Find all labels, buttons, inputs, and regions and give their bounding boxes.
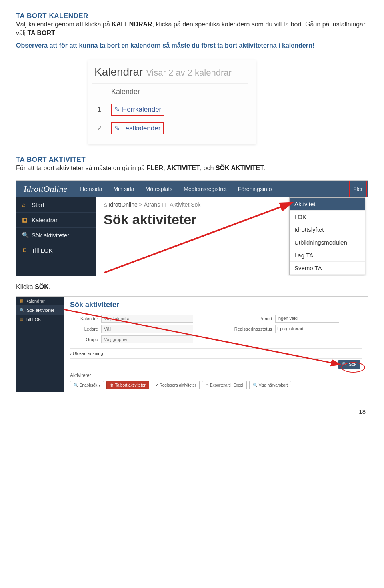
s2-b2: AKTIVITET bbox=[167, 165, 200, 171]
search-icon: 🔍 bbox=[22, 232, 28, 238]
dd-lok[interactable]: LOK bbox=[290, 211, 365, 223]
list-icon: ▤ bbox=[20, 317, 23, 321]
section2-heading: TA BORT AKTIVITET bbox=[16, 156, 368, 164]
leftnav-tilllok[interactable]: 🗎Till LOK bbox=[16, 243, 96, 258]
p3-main: Sök aktiviteter Kalender Ledare Grupp Pe… bbox=[64, 297, 368, 392]
leftnav-kalendrar[interactable]: ▦Kalendrar bbox=[16, 213, 96, 228]
dd-lagta[interactable]: Lag TA bbox=[290, 249, 365, 262]
leftnav-label: Sök aktiviteter bbox=[32, 232, 69, 239]
p3-leftnav-label: Till LOK bbox=[26, 317, 41, 322]
nav-motesplats[interactable]: Mötesplats bbox=[140, 181, 178, 197]
edit-icon: ✎ bbox=[114, 106, 120, 113]
action-button-row: 🔍 Snabbsök ▾ 🗑 Ta bort aktiviteter ✔ Reg… bbox=[70, 381, 362, 389]
s3-txt-a: Klicka bbox=[16, 283, 35, 290]
home-icon: ⌂ bbox=[22, 201, 28, 208]
snabbsok-button[interactable]: 🔍 Snabbsök ▾ bbox=[70, 381, 104, 389]
expand-search[interactable]: › Utökad sökning bbox=[70, 348, 362, 359]
input-ledare[interactable] bbox=[101, 325, 193, 333]
fler-dropdown: Aktivitet LOK Idrottslyftet Utbildningsm… bbox=[289, 197, 365, 275]
row-num-2: 2 bbox=[92, 119, 106, 138]
col-kalender: Kalender bbox=[106, 84, 248, 100]
kalender-name-2: Testkalender bbox=[122, 124, 160, 132]
label-ledare: Ledare bbox=[70, 327, 98, 331]
section3-paragraph: Klicka SÖK. bbox=[16, 283, 368, 291]
top-nav: IdrottOnline Hemsida Min sida Mötesplats… bbox=[16, 181, 368, 197]
crumb-home[interactable]: ⌂ IdrottOnline bbox=[104, 201, 138, 208]
kalender-link-2[interactable]: ✎Testkalender bbox=[111, 122, 164, 134]
input-grupp[interactable] bbox=[101, 335, 193, 343]
p3-leftnav-kalendrar[interactable]: ▦Kalendrar bbox=[16, 297, 64, 306]
p3-leftnav-tilllok[interactable]: ▤Till LOK bbox=[16, 315, 64, 324]
leftnav-sok[interactable]: 🔍Sök aktiviteter bbox=[16, 228, 96, 243]
table-row: 1 ✎Herrkalender bbox=[92, 100, 248, 119]
s1-txt-e: . bbox=[55, 30, 57, 36]
leftnav-label: Start bbox=[32, 201, 44, 208]
s2-sep2: , och bbox=[200, 165, 216, 171]
p3-leftnav-label: Kalendrar bbox=[26, 299, 45, 303]
logo: IdrottOnline bbox=[16, 184, 74, 194]
s2-b1: FLER bbox=[146, 165, 163, 171]
search-icon: 🔍 bbox=[20, 308, 24, 312]
table-row: 2 ✎Testkalender bbox=[92, 119, 248, 138]
select-regstatus[interactable]: Ej registrerad bbox=[275, 325, 339, 333]
dd-aktivitet[interactable]: Aktivitet bbox=[290, 198, 365, 211]
s2-sep1: , bbox=[163, 165, 167, 171]
dd-utbildning[interactable]: Utbildningsmodulen bbox=[290, 236, 365, 249]
page-number: 18 bbox=[16, 408, 368, 415]
s1-bold-2: TA BORT bbox=[27, 30, 55, 36]
section2-paragraph: För att ta bort aktiviteter så måste du … bbox=[16, 164, 368, 173]
dd-idrottslyftet[interactable]: Idrottslyftet bbox=[290, 223, 365, 236]
select-period[interactable]: Ingen vald bbox=[275, 315, 339, 323]
p3-leftnav-label: Sök aktiviteter bbox=[27, 308, 54, 313]
col-empty bbox=[92, 84, 106, 100]
panel1-title-sub: Visar 2 av 2 kalendrar bbox=[146, 68, 232, 78]
row-num-1: 1 bbox=[92, 100, 106, 119]
s2-b3: SÖK AKTIVITET bbox=[216, 165, 264, 171]
idrottonline-panel: IdrottOnline Hemsida Min sida Mötesplats… bbox=[16, 180, 368, 276]
input-kalender[interactable] bbox=[101, 315, 193, 323]
aktiviteter-heading: Aktiviteter bbox=[70, 373, 91, 378]
leftnav-label: Till LOK bbox=[32, 247, 53, 254]
section1-paragraph: Välj kalender genom att klicka på KALEND… bbox=[16, 20, 368, 38]
s1-bold-1: KALENDRAR bbox=[112, 21, 152, 28]
kalendrar-panel: Kalendrar Visar 2 av 2 kalendrar Kalende… bbox=[88, 60, 256, 144]
nav-fler[interactable]: Fler bbox=[349, 181, 367, 197]
section1-heading: TA BORT KALENDER bbox=[16, 12, 368, 20]
doc-icon: 🗎 bbox=[22, 247, 28, 253]
left-nav: ⌂Start ▦Kalendrar 🔍Sök aktiviteter 🗎Till… bbox=[16, 197, 96, 276]
nav-minsida[interactable]: Min sida bbox=[108, 181, 140, 197]
label-regstatus: Registreringsstatus bbox=[224, 327, 272, 331]
calendar-icon: ▦ bbox=[20, 299, 23, 303]
annotation-circle-icon bbox=[341, 362, 365, 373]
p3-leftnav: ▦Kalendrar 🔍Sök aktiviteter ▤Till LOK bbox=[16, 297, 64, 392]
p3-leftnav-sok[interactable]: 🔍Sök aktiviteter bbox=[16, 306, 64, 315]
edit-icon: ✎ bbox=[114, 125, 120, 132]
crumb-rest: Ätrans FF Aktivitet Sök bbox=[144, 201, 201, 208]
kalender-name-1: Herrkalender bbox=[122, 106, 161, 113]
s3-end: . bbox=[49, 283, 50, 290]
nav-foreningsinfo[interactable]: Föreningsinfo bbox=[232, 181, 278, 197]
s1-txt-a: Välj kalender genom att klicka på bbox=[16, 21, 112, 28]
panel1-title: Kalendrar Visar 2 av 2 kalendrar bbox=[92, 64, 256, 83]
exportera-button[interactable]: ↷ Exportera till Excel bbox=[202, 381, 247, 389]
dd-svemota[interactable]: Svemo TA bbox=[290, 262, 365, 275]
nav-medlemsregistret[interactable]: Medlemsregistret bbox=[178, 181, 232, 197]
s3-b1: SÖK bbox=[35, 283, 49, 290]
label-grupp: Grupp bbox=[70, 337, 98, 342]
sok-panel: ▦Kalendrar 🔍Sök aktiviteter ▤Till LOK Sö… bbox=[16, 296, 368, 392]
label-period: Period bbox=[224, 316, 272, 321]
s2-txt-a: För att ta bort aktiviteter så måste du … bbox=[16, 165, 146, 171]
s2-end: . bbox=[264, 165, 266, 171]
kalender-table: Kalender 1 ✎Herrkalender 2 ✎Testkalender bbox=[92, 83, 248, 138]
panel1-title-main: Kalendrar bbox=[94, 66, 143, 78]
leftnav-label: Kalendrar bbox=[32, 217, 58, 223]
registrera-button[interactable]: ✔ Registrera aktiviteter bbox=[152, 381, 200, 389]
leftnav-start[interactable]: ⌂Start bbox=[16, 197, 96, 213]
nav-hemsida[interactable]: Hemsida bbox=[74, 181, 108, 197]
calendar-icon: ▦ bbox=[22, 217, 28, 223]
filter-columns: Kalender Ledare Grupp PeriodIngen vald R… bbox=[70, 315, 362, 346]
visa-button[interactable]: 🔍 Visa närvarokort bbox=[249, 381, 291, 389]
section1-note: Observera att för att kunna ta bort en k… bbox=[16, 41, 368, 50]
kalender-link-1[interactable]: ✎Herrkalender bbox=[111, 104, 164, 116]
tabort-button[interactable]: 🗑 Ta bort aktiviteter bbox=[106, 381, 149, 389]
